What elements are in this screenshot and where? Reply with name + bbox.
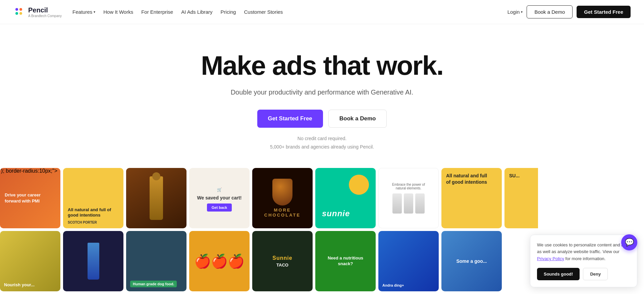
ad-card-nutritious-snack[interactable]: Need a nutritious snack?: [315, 231, 376, 291]
pencil-logo-icon: [13, 6, 25, 18]
gallery-row-2: Nourish your... Human grade dog food. 🍎🍎…: [0, 231, 502, 294]
privacy-policy-link[interactable]: Privacy Policy: [537, 256, 564, 261]
ad-card-whisky[interactable]: [126, 168, 186, 228]
nav-how-it-works[interactable]: How It Works: [103, 9, 133, 15]
nav-links: Features ▾ How It Works For Enterprise A…: [72, 9, 283, 15]
hero-title: Make ads that work.: [7, 51, 637, 80]
hero-note: No credit card required. 5,000+ brands a…: [7, 134, 637, 151]
get-started-button-nav[interactable]: Get Started Free: [577, 6, 631, 18]
ad-card-nourish[interactable]: Nourish your...: [0, 231, 60, 291]
hero-get-started-button[interactable]: Get Started Free: [257, 110, 323, 128]
nav-ai-ads-library[interactable]: AI Ads Library: [181, 9, 212, 15]
nav-features[interactable]: Features ▾: [72, 9, 95, 15]
hero-subtitle: Double your productivity and performance…: [7, 89, 637, 96]
svg-point-3: [15, 12, 18, 15]
chat-icon: 💬: [625, 238, 634, 247]
cookie-buttons: Sounds good! Deny: [537, 268, 630, 280]
ad-card-pmi[interactable]: '); border-radius:10px;"> Drive your car…: [0, 168, 60, 228]
gallery-row-1: '); border-radius:10px;"> Drive your car…: [0, 168, 538, 231]
svg-point-1: [15, 8, 18, 11]
ad-card-sunnie[interactable]: sunnie: [315, 168, 376, 228]
ad-card-good-intentions-2[interactable]: All natural and full of good intentions: [441, 168, 502, 228]
ad-card-natural-elements[interactable]: Embrace the power ofnatural elements.: [378, 168, 439, 228]
navbar-right: Login ▾ Book a Demo Get Started Free: [507, 5, 631, 18]
svg-point-2: [19, 8, 22, 11]
svg-point-4: [19, 12, 22, 15]
logo-text: Pencil A Brandtech Company: [28, 6, 62, 18]
ad-card-dog-food[interactable]: Human grade dog food.: [126, 231, 186, 291]
hero-buttons: Get Started Free Book a Demo: [7, 110, 637, 128]
hero-section: Make ads that work. Double your producti…: [0, 24, 644, 168]
logo-name: Pencil: [28, 6, 62, 14]
chat-bubble-button[interactable]: 💬: [621, 234, 637, 250]
ad-card-partial[interactable]: SU...: [504, 168, 538, 228]
logo-sub: A Brandtech Company: [28, 14, 62, 18]
ad-card-andra[interactable]: Andra ding+: [378, 231, 439, 291]
cookie-deny-button[interactable]: Deny: [583, 268, 608, 280]
ad-card-cart[interactable]: 🛒 We saved your cart! Get back: [189, 168, 250, 228]
ad-card-chocolate[interactable]: MORECHOCOLATE: [252, 168, 313, 228]
ad-card-whisky-blue[interactable]: [63, 231, 123, 291]
logo[interactable]: Pencil A Brandtech Company: [13, 6, 62, 18]
svg-rect-0: [13, 6, 25, 18]
login-button[interactable]: Login ▾: [507, 9, 523, 15]
nav-enterprise[interactable]: For Enterprise: [141, 9, 173, 15]
chevron-down-icon: ▾: [94, 10, 95, 14]
navbar-left: Pencil A Brandtech Company Features ▾ Ho…: [13, 6, 283, 18]
ad-card-scotch-porter[interactable]: All natural and full of good intentions …: [63, 168, 123, 228]
cookie-accept-button[interactable]: Sounds good!: [537, 268, 580, 280]
nav-customer-stories[interactable]: Customer Stories: [244, 9, 283, 15]
ad-card-some-good[interactable]: Some a goo...: [441, 231, 502, 291]
hero-book-demo-button[interactable]: Book a Demo: [328, 110, 387, 128]
cookie-text: We use cookies to personalize content an…: [537, 242, 630, 262]
ad-card-apples[interactable]: 🍎🍎🍎: [189, 231, 250, 291]
nav-pricing[interactable]: Pricing: [221, 9, 236, 15]
ad-card-sunnie-taco[interactable]: Sunnie TACO: [252, 231, 313, 291]
book-demo-button-nav[interactable]: Book a Demo: [527, 5, 573, 18]
chevron-down-icon: ▾: [521, 10, 523, 14]
navbar: Pencil A Brandtech Company Features ▾ Ho…: [0, 0, 644, 24]
